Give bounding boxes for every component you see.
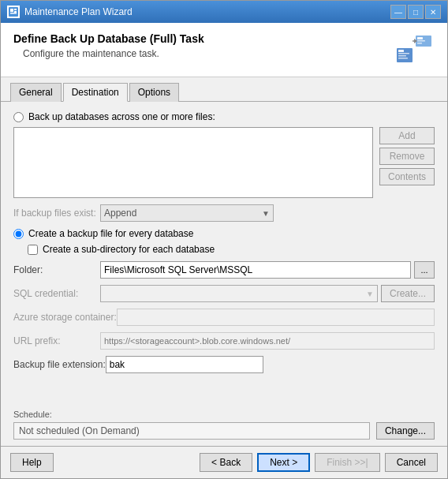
svg-rect-13 (398, 58, 408, 59)
backup-ext-label: Backup file extension: (13, 359, 106, 370)
contents-button[interactable]: Contents (379, 168, 435, 185)
subdir-row: Create a sub-directory for each database (28, 244, 435, 255)
url-prefix-input (100, 332, 435, 350)
wizard-content: General Destination Options Back up data… (1, 77, 447, 446)
tab-destination[interactable]: Destination (63, 83, 128, 102)
folder-label: Folder: (13, 264, 100, 275)
tab-general[interactable]: General (10, 83, 62, 102)
svg-rect-11 (398, 53, 409, 54)
radio-per-db-label: Create a backup file for every database (28, 228, 193, 239)
files-area: Add Remove Contents (13, 127, 435, 198)
append-dropdown[interactable]: Append ▼ (100, 204, 274, 222)
azure-storage-row: Azure storage container: (13, 309, 435, 326)
subdir-label: Create a sub-directory for each database (43, 244, 215, 255)
svg-rect-1 (10, 9, 13, 12)
cancel-button[interactable]: Cancel (385, 453, 438, 472)
wizard-header: Define Back Up Database (Full) Task Conf… (1, 23, 447, 77)
radio-per-db-input[interactable] (13, 229, 24, 239)
wizard-header-icon (394, 32, 435, 67)
back-button[interactable]: < Back (200, 453, 252, 472)
svg-rect-0 (9, 7, 18, 17)
finish-button[interactable]: Finish >>| (315, 453, 379, 472)
svg-rect-10 (398, 50, 404, 52)
add-button[interactable]: Add (379, 127, 435, 144)
sql-credential-row: SQL credential: ▼ Create... (13, 285, 435, 302)
svg-rect-8 (417, 43, 422, 44)
radio-files-input[interactable] (13, 112, 24, 122)
footer-right: < Back Next > Finish >>| Cancel (60, 453, 438, 472)
app-icon (7, 6, 20, 18)
minimize-button[interactable]: — (390, 5, 406, 19)
help-button[interactable]: Help (10, 453, 54, 472)
dropdown-arrow-icon: ▼ (262, 209, 270, 218)
tab-bar: General Destination Options (1, 77, 447, 102)
maximize-button[interactable]: □ (408, 5, 424, 19)
close-button[interactable]: ✕ (425, 5, 441, 19)
schedule-row: Change... (13, 422, 435, 440)
append-value: Append (104, 208, 136, 219)
radio-per-db-option: Create a backup file for every database (13, 228, 435, 239)
schedule-label: Schedule: (13, 410, 435, 419)
window-title: Maintenance Plan Wizard (24, 6, 390, 17)
radio-files-label: Back up databases across one or more fil… (28, 111, 215, 122)
destination-tab-content: Back up databases across one or more fil… (1, 102, 447, 410)
create-credential-button[interactable]: Create... (381, 285, 435, 302)
svg-rect-6 (417, 37, 423, 39)
svg-rect-4 (10, 13, 17, 14)
subdir-checkbox[interactable] (28, 245, 38, 255)
radio-files-option: Back up databases across one or more fil… (13, 111, 435, 122)
backup-ext-input[interactable] (106, 356, 263, 373)
header-text-area: Define Back Up Database (Full) Task Conf… (13, 32, 204, 59)
folder-row: Folder: ... (13, 261, 435, 279)
main-window: Maintenance Plan Wizard — □ ✕ Define Bac… (0, 0, 448, 479)
header-title: Define Back Up Database (Full) Task (13, 32, 204, 45)
svg-rect-12 (398, 55, 406, 57)
header-subtitle: Configure the maintenance task. (23, 48, 204, 59)
if-backup-row: If backup files exist: Append ▼ (13, 204, 435, 222)
tab-options[interactable]: Options (129, 83, 179, 102)
url-prefix-label: URL prefix: (13, 335, 100, 346)
folder-input[interactable] (100, 261, 411, 279)
window-controls: — □ ✕ (390, 5, 441, 19)
sql-credential-dropdown[interactable]: ▼ (100, 285, 378, 302)
remove-button[interactable]: Remove (379, 148, 435, 165)
schedule-input (13, 422, 370, 440)
svg-rect-7 (417, 40, 425, 42)
url-prefix-row: URL prefix: (13, 332, 435, 350)
files-listbox[interactable] (13, 127, 373, 198)
change-schedule-button[interactable]: Change... (376, 422, 435, 440)
sql-cred-arrow-icon: ▼ (366, 290, 374, 298)
folder-browse-button[interactable]: ... (414, 261, 435, 279)
footer-left: Help (10, 453, 54, 472)
svg-rect-2 (14, 9, 17, 10)
files-buttons: Add Remove Contents (379, 127, 435, 198)
title-bar: Maintenance Plan Wizard — □ ✕ (1, 1, 447, 23)
schedule-section: Schedule: Change... (1, 410, 447, 446)
next-button[interactable]: Next > (257, 453, 310, 472)
if-backup-label: If backup files exist: (13, 208, 100, 219)
azure-storage-label: Azure storage container: (13, 312, 117, 323)
backup-ext-row: Backup file extension: (13, 356, 435, 373)
footer: Help < Back Next > Finish >>| Cancel (1, 446, 447, 478)
sql-credential-label: SQL credential: (13, 288, 100, 299)
azure-storage-input (117, 309, 435, 326)
svg-rect-3 (14, 11, 17, 13)
